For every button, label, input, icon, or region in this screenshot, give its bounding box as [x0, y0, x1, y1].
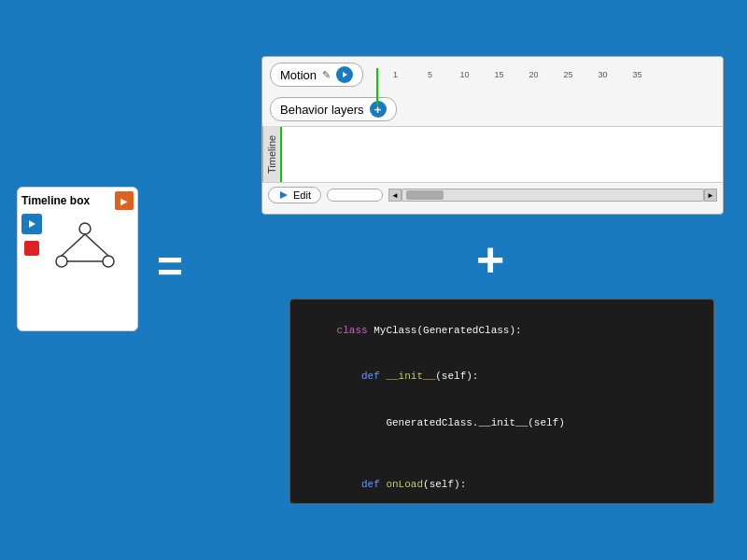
equals-operator: = [157, 241, 183, 292]
timeline-box-header: Timeline box ▶ [21, 191, 134, 210]
ruler-mark-10: 10 [447, 70, 482, 79]
svg-point-4 [103, 256, 114, 267]
scrollbar-thumb [406, 190, 444, 200]
ruler-mark-1: 1 [378, 70, 413, 79]
timeline-box-title: Timeline box [21, 194, 90, 207]
edit-button-label: Edit [293, 189, 311, 201]
timeline-box-diagram [48, 219, 122, 275]
main-container: Timeline box ▶ [0, 0, 747, 560]
timeline-playhead [280, 127, 282, 182]
svg-marker-0 [29, 220, 35, 228]
timeline-box-card: Timeline box ▶ [17, 187, 138, 331]
timeline-input-box[interactable] [327, 189, 383, 202]
motion-row: Motion ✎ 1 5 10 15 20 25 30 [262, 57, 723, 92]
playhead-line [376, 68, 378, 105]
code-line-5: def onLoad(self): [300, 461, 704, 504]
edit-button[interactable]: Edit [268, 187, 321, 203]
ruler-mark-30: 30 [585, 70, 620, 79]
ruler-mark-20: 20 [516, 70, 551, 79]
stop-icon[interactable] [21, 238, 42, 259]
ruler-mark-25: 25 [551, 70, 585, 79]
timeline-scrollbar[interactable] [402, 189, 704, 202]
ruler-mark-35: 35 [620, 70, 655, 79]
play-icon[interactable] [21, 214, 42, 234]
svg-line-5 [62, 234, 85, 256]
svg-point-2 [79, 223, 91, 234]
timeline-box-play-icon[interactable]: ▶ [115, 191, 134, 210]
code-line-4 [300, 446, 704, 462]
svg-rect-1 [24, 241, 39, 256]
svg-marker-8 [343, 72, 347, 77]
code-line-3: GeneratedClass.__init__(self) [300, 399, 704, 446]
pencil-icon: ✎ [322, 69, 331, 81]
ruler-mark-5: 5 [413, 70, 447, 79]
motion-pill[interactable]: Motion ✎ [270, 63, 363, 87]
code-line-1: class MyClass(GeneratedClass): [300, 307, 704, 354]
scrollbar-right-arrow[interactable]: ► [704, 189, 717, 202]
timeline-editor-panel: Motion ✎ 1 5 10 15 20 25 30 [261, 56, 724, 215]
timeline-track-section: Timeline [262, 126, 723, 182]
ruler-numbers: 1 5 10 15 20 25 30 35 [378, 70, 715, 79]
code-line-2: def __init__(self): [300, 354, 704, 400]
timeline-track-area [280, 126, 723, 182]
timeline-vertical-label: Timeline [262, 126, 280, 182]
svg-line-6 [85, 234, 108, 256]
ruler-mark-15: 15 [482, 70, 516, 79]
timeline-ruler: 1 5 10 15 20 25 30 35 [371, 70, 715, 79]
plus-operator: + [476, 231, 504, 287]
svg-marker-9 [280, 191, 288, 199]
behavior-row: Behavior layers + [262, 92, 723, 126]
svg-point-3 [56, 256, 67, 267]
motion-label: Motion [280, 68, 317, 82]
motion-play-icon[interactable] [336, 66, 353, 83]
timeline-bottom-bar: Edit ◄ ► [262, 182, 723, 207]
code-panel: class MyClass(GeneratedClass): def __ini… [289, 299, 714, 504]
scrollbar-left-arrow[interactable]: ◄ [388, 189, 402, 202]
behavior-layers-label: Behavior layers [280, 103, 364, 117]
